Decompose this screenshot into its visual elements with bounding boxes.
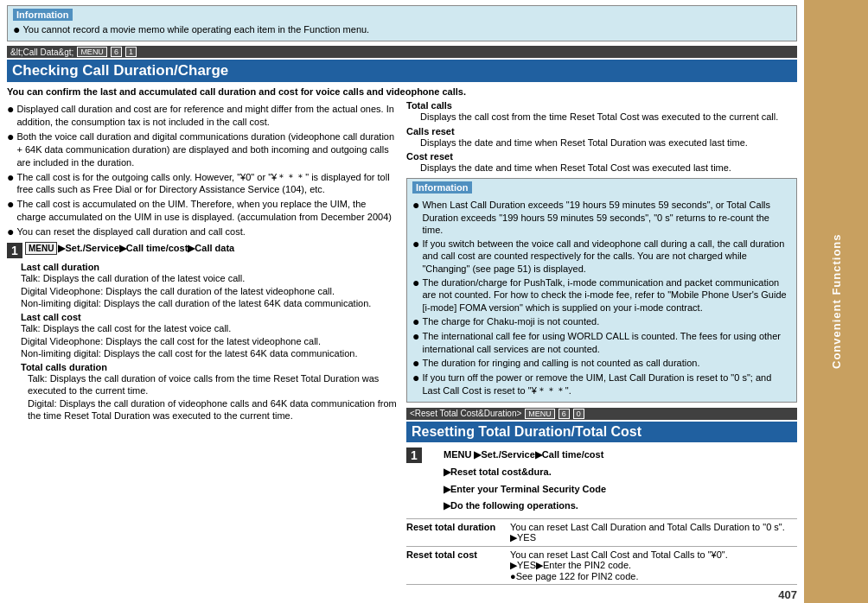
bullet-text-3: The call cost is accumulated on the UIM.… [16, 198, 398, 224]
mid-text-1: If you switch between the voice call and… [422, 238, 791, 275]
section1-intro: You can confirm the last and accumulated… [7, 86, 797, 97]
info-box-top: Information ● You cannot record a movie … [7, 5, 797, 41]
step2-path-2: ▶Enter your Terminal Security Code [444, 481, 606, 498]
lcd-item-0: Talk: Displays the call duration of the … [21, 272, 398, 284]
section1-tag: &lt;Call Data&gt; [10, 48, 73, 57]
side-tab: Convenient Functions [804, 0, 868, 603]
mid-item-1: ● If you switch between the voice call a… [412, 238, 791, 275]
total-calls-section: Total calls Displays the call cost from … [406, 100, 797, 123]
menu-num1: 6 [111, 47, 122, 57]
step1-content: MENU ▶Set./Service▶Call time/cost▶Call d… [25, 242, 398, 255]
step2-content: MENU ▶Set./Service▶Call time/cost ▶Reset… [424, 447, 606, 515]
bullet-item-3: ● The call cost is accumulated on the UI… [7, 198, 398, 224]
table-content-note-1: ●See page 122 for PIN2 code. [510, 571, 639, 581]
total-calls-duration-label: Total calls duration [21, 362, 398, 372]
table-row-0: Reset total duration You can reset Last … [406, 519, 797, 547]
table-label-1: Reset total cost [406, 549, 510, 581]
section2-title: Resetting Total Duration/Total Cost [406, 422, 797, 442]
mid-dot-4: ● [412, 330, 419, 355]
step2-path-0: MENU ▶Set./Service▶Call time/cost [444, 447, 606, 464]
operations-table: Reset total duration You can reset Last … [406, 518, 797, 585]
tcd-item-0: Talk: Displays the call duration of voic… [21, 372, 398, 397]
bullet-dot-3: ● [7, 198, 14, 224]
step-number-1: 1 [7, 243, 22, 258]
mid-text-4: The international call fee for using WOR… [422, 330, 791, 355]
table-content-text-1: You can reset Last Call Cost and Total C… [510, 549, 728, 560]
mid-dot-5: ● [412, 357, 419, 370]
step2-line: 1 MENU ▶Set./Service▶Call time/cost ▶Res… [406, 447, 797, 515]
mid-text-5: The duration for ringing and calling is … [422, 357, 699, 370]
total-calls-text: Displays the call cost from the time Res… [406, 111, 797, 123]
bullet-text-4: You can reset the displayed call duratio… [16, 225, 245, 238]
table-content-arrow-1: ▶YES▶Enter the PIN2 code. [510, 560, 631, 570]
table-content-arrow-0: ▶YES [510, 532, 536, 543]
section1-intro-text: You can confirm the last and accumulated… [7, 86, 466, 97]
cost-reset-section: Cost reset Displays the date and time wh… [406, 151, 797, 174]
info-box-top-header: Information [13, 9, 73, 21]
section1-bullets: ● Displayed call duration and cost are f… [7, 103, 398, 238]
last-call-cost-label: Last call cost [21, 312, 398, 322]
section2-num2: 0 [573, 409, 584, 419]
table-row-1: Reset total cost You can reset Last Call… [406, 547, 797, 585]
step1-menu-box: MENU [25, 242, 57, 255]
bullet-text-2: The call cost is for the outgoing calls … [16, 171, 398, 197]
bullet-item-2: ● The call cost is for the outgoing call… [7, 171, 398, 197]
total-calls-label: Total calls [406, 100, 797, 111]
lcd-item-2: Non-limiting digital: Displays the call … [21, 297, 398, 309]
two-col-layout: ● Displayed call duration and cost are f… [7, 100, 797, 601]
bullet-dot-0: ● [7, 103, 14, 129]
cost-reset-label: Cost reset [406, 151, 797, 162]
lcc-item-0: Talk: Displays the call cost for the lat… [21, 322, 398, 334]
mid-dot-2: ● [412, 276, 419, 314]
info-box-top-text: You cannot record a movie memo while ope… [22, 23, 369, 36]
info-box-top-item: ● You cannot record a movie memo while o… [13, 23, 791, 36]
section1-title: Checking Call Duration/Charge [7, 60, 797, 82]
mid-dot-1: ● [412, 238, 419, 275]
mid-text-0: When Last Call Duration exceeds "19 hour… [422, 199, 791, 236]
bullet-dot: ● [13, 23, 20, 36]
mid-text-6: If you turn off the power or remove the … [422, 371, 791, 397]
menu-icon1: MENU [77, 47, 107, 57]
bullet-dot-1: ● [7, 130, 14, 169]
bullet-item-0: ● Displayed call duration and cost are f… [7, 103, 398, 129]
left-column: ● Displayed call duration and cost are f… [7, 100, 398, 601]
main-content: Information ● You cannot record a movie … [0, 0, 804, 603]
mid-item-4: ● The international call fee for using W… [412, 330, 791, 355]
info-box-mid-list: ● When Last Call Duration exceeds "19 ho… [412, 199, 791, 397]
bullet-item-4: ● You can reset the displayed call durat… [7, 225, 398, 238]
bullet-text-1: Both the voice call duration and digital… [16, 130, 398, 169]
table-content-text-0: You can reset Last Call Duration and Tot… [510, 522, 785, 532]
step1-path: MENU ▶Set./Service▶Call time/cost▶Call d… [25, 242, 398, 255]
tcd-item-1: Digital: Displays the call duration of v… [21, 397, 398, 422]
step2-path-text-0: ▶Set./Service▶Call time/cost [474, 449, 603, 460]
lcc-item-2: Non-limiting digital: Displays the call … [21, 347, 398, 359]
info-box-mid-header: Information [412, 181, 472, 194]
section2-header: <Reset Total Cost&Duration> MENU 6 0 [406, 408, 797, 420]
step1-path-text: ▶Set./Service▶Call time/cost▶Call data [58, 243, 234, 254]
bullet-dot-2: ● [7, 171, 14, 197]
section2-tag: <Reset Total Cost&Duration> [410, 409, 521, 418]
mid-dot-6: ● [412, 371, 419, 397]
menu-num2: 1 [125, 47, 137, 57]
mid-text-2: The duration/charge for PushTalk, i-mode… [422, 276, 791, 314]
total-calls-duration-section: Total calls duration Talk: Displays the … [21, 362, 398, 422]
mid-item-6: ● If you turn off the power or remove th… [412, 371, 791, 397]
bullet-text-0: Displayed call duration and cost are for… [16, 103, 398, 129]
last-call-duration-label: Last call duration [21, 262, 398, 272]
mid-item-5: ● The duration for ringing and calling i… [412, 357, 791, 370]
step2-path-3: ▶Do the following operations. [444, 498, 606, 515]
mid-item-3: ● The charge for Chaku-moji is not count… [412, 315, 791, 328]
section1-header: &lt;Call Data&gt; MENU 6 1 [7, 46, 797, 58]
step2-menu-box: MENU [444, 449, 471, 460]
step1-line: 1 MENU ▶Set./Service▶Call time/cost▶Call… [7, 242, 398, 258]
section2-menu-icon: MENU [525, 409, 555, 419]
step2-path-1: ▶Reset total cost&dura. [444, 464, 606, 481]
step1-details: Last call duration Talk: Displays the ca… [7, 262, 398, 422]
mid-dot-0: ● [412, 199, 419, 236]
calls-reset-text: Displays the date and time when Reset To… [406, 136, 797, 149]
right-column: Total calls Displays the call cost from … [406, 100, 797, 601]
bullet-item-1: ● Both the voice call duration and digit… [7, 130, 398, 169]
mid-text-3: The charge for Chaku-moji is not counted… [422, 315, 599, 328]
table-label-0: Reset total duration [406, 522, 510, 543]
table-content-1: You can reset Last Call Cost and Total C… [510, 549, 797, 581]
